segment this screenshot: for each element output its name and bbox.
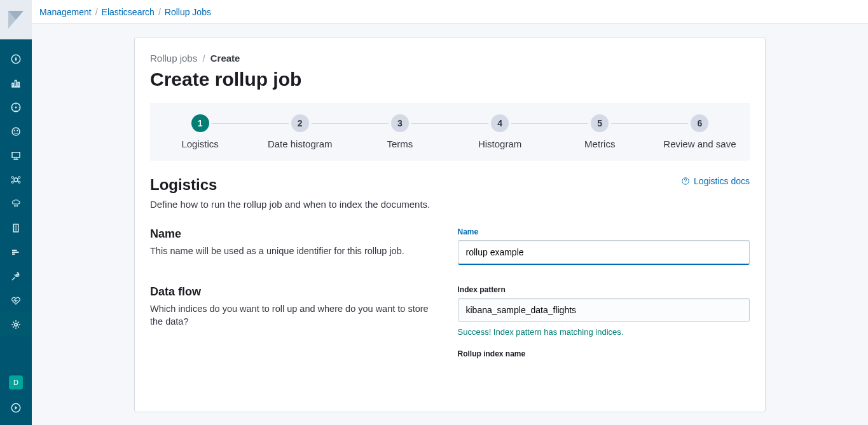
step-terms[interactable]: 3 Terms bbox=[350, 114, 450, 149]
main: Management / Elasticsearch / Rollup Jobs… bbox=[32, 0, 868, 425]
nav-items bbox=[0, 39, 32, 375]
svg-point-2 bbox=[15, 107, 17, 109]
step-label: Histogram bbox=[450, 138, 550, 149]
section-header: Logistics Logistics docs bbox=[150, 176, 750, 194]
section-desc: Define how to run the rollup job and whe… bbox=[150, 199, 750, 210]
svg-point-4 bbox=[14, 130, 15, 131]
nav-infra[interactable] bbox=[0, 192, 32, 216]
docs-link-label: Logistics docs bbox=[694, 176, 750, 186]
nav-ml[interactable] bbox=[0, 168, 32, 192]
step-date-histogram[interactable]: 2 Date histogram bbox=[250, 114, 350, 149]
page-title: Create rollup job bbox=[150, 69, 750, 90]
content: Rollup jobs / Create Create rollup job 1… bbox=[32, 24, 868, 425]
inner-breadcrumb: Rollup jobs / Create bbox=[150, 53, 750, 64]
step-label: Logistics bbox=[150, 138, 250, 149]
nav-timelion[interactable] bbox=[0, 119, 32, 144]
svg-point-13 bbox=[15, 323, 18, 327]
field-help-dataflow: Which indices do you want to roll up and… bbox=[150, 302, 443, 328]
success-message: Success! Index pattern has matching indi… bbox=[458, 327, 750, 337]
nav-logs[interactable] bbox=[0, 216, 32, 240]
svg-point-11 bbox=[18, 181, 20, 183]
user-avatar[interactable]: D bbox=[9, 375, 23, 389]
nav-apm[interactable] bbox=[0, 240, 32, 264]
crumb-management[interactable]: Management bbox=[39, 7, 92, 17]
svg-point-3 bbox=[12, 128, 20, 135]
nav-devtools[interactable] bbox=[0, 264, 32, 288]
step-logistics[interactable]: 1 Logistics bbox=[150, 114, 250, 149]
form-row-name: Name This name will be used as a unique … bbox=[150, 227, 750, 265]
svg-point-7 bbox=[14, 178, 18, 182]
step-metrics[interactable]: 5 Metrics bbox=[550, 114, 650, 149]
section-title: Logistics bbox=[150, 176, 217, 194]
step-num: 3 bbox=[391, 114, 409, 132]
step-histogram[interactable]: 4 Histogram bbox=[450, 114, 550, 149]
form-row-dataflow: Data flow Which indices do you want to r… bbox=[150, 285, 750, 371]
sidebar: D bbox=[0, 0, 32, 425]
svg-point-5 bbox=[17, 130, 18, 131]
nav-monitoring[interactable] bbox=[0, 288, 32, 313]
nav-canvas[interactable] bbox=[0, 144, 32, 168]
nav-discover[interactable] bbox=[0, 47, 32, 71]
step-num: 6 bbox=[691, 114, 708, 132]
help-icon bbox=[681, 177, 690, 186]
steps: 1 Logistics 2 Date histogram 3 Terms 4 H… bbox=[150, 103, 750, 161]
nav-dashboard[interactable] bbox=[0, 95, 32, 119]
sidebar-bottom: D bbox=[0, 375, 32, 425]
step-num: 2 bbox=[291, 114, 309, 132]
nav-collapse[interactable] bbox=[0, 396, 32, 420]
step-review-save[interactable]: 6 Review and save bbox=[650, 114, 750, 149]
svg-point-10 bbox=[11, 181, 13, 183]
svg-rect-6 bbox=[12, 152, 20, 158]
step-label: Terms bbox=[350, 138, 450, 149]
nav-management[interactable] bbox=[0, 313, 32, 337]
label-rollup-index: Rollup index name bbox=[458, 349, 750, 358]
step-num: 4 bbox=[491, 114, 509, 132]
step-num: 1 bbox=[191, 114, 209, 132]
field-title-name: Name bbox=[150, 227, 443, 241]
name-input[interactable] bbox=[458, 240, 750, 265]
field-title-dataflow: Data flow bbox=[150, 285, 443, 299]
label-name: Name bbox=[458, 227, 750, 236]
crumb-rollup-jobs[interactable]: Rollup Jobs bbox=[165, 7, 211, 17]
step-label: Review and save bbox=[650, 138, 750, 149]
index-pattern-input[interactable] bbox=[458, 298, 750, 322]
step-label: Date histogram bbox=[250, 138, 350, 149]
docs-link[interactable]: Logistics docs bbox=[681, 176, 750, 186]
breadcrumb: Management / Elasticsearch / Rollup Jobs bbox=[32, 0, 868, 24]
inner-crumb-current: Create bbox=[210, 53, 240, 64]
field-help-name: This name will be used as a unique ident… bbox=[150, 245, 443, 257]
inner-crumb-parent[interactable]: Rollup jobs bbox=[150, 53, 197, 64]
nav-visualize[interactable] bbox=[0, 71, 32, 95]
step-label: Metrics bbox=[550, 138, 650, 149]
svg-point-8 bbox=[11, 177, 13, 179]
svg-point-9 bbox=[18, 177, 20, 179]
panel: Rollup jobs / Create Create rollup job 1… bbox=[134, 37, 766, 412]
kibana-logo[interactable] bbox=[0, 0, 32, 39]
label-index-pattern: Index pattern bbox=[458, 285, 750, 294]
step-num: 5 bbox=[591, 114, 609, 132]
crumb-elasticsearch[interactable]: Elasticsearch bbox=[102, 7, 155, 17]
